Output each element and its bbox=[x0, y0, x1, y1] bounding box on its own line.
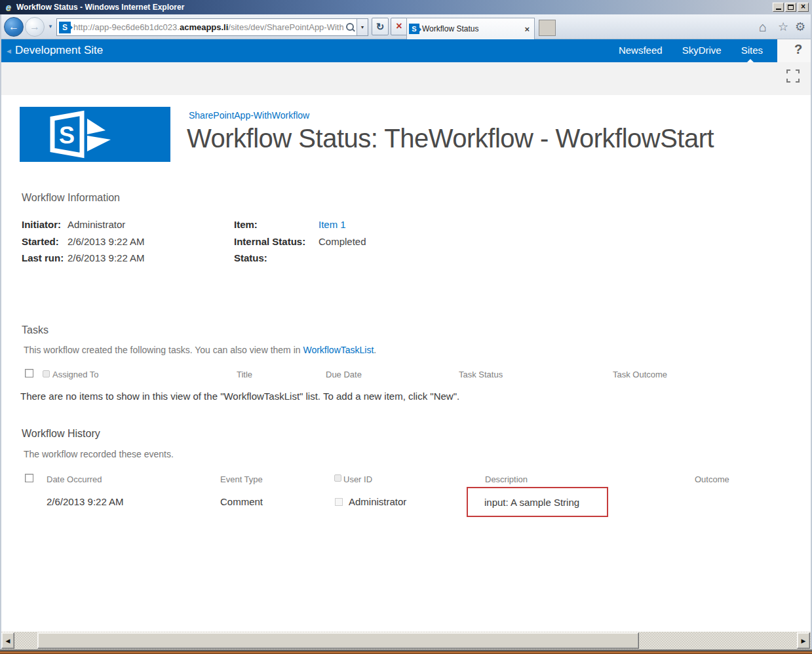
window-left-border bbox=[0, 14, 1, 649]
site-back-icon[interactable]: ◀ bbox=[7, 48, 11, 54]
favorites-icon[interactable]: ☆ bbox=[778, 20, 788, 34]
started-value: 2/6/2013 9:22 AM bbox=[68, 236, 145, 247]
site-title[interactable]: Development Site bbox=[15, 44, 103, 57]
ie-logo-icon: e bbox=[3, 2, 14, 12]
horizontal-scrollbar[interactable]: ◀ ▶ bbox=[0, 631, 812, 649]
scroll-right-button[interactable]: ▶ bbox=[797, 632, 810, 649]
close-button[interactable]: × bbox=[798, 3, 809, 12]
settings-gear-icon[interactable]: ⚙ bbox=[795, 20, 805, 34]
browser-window: e Workflow Status - Windows Internet Exp… bbox=[0, 0, 812, 654]
stop-button[interactable]: × bbox=[391, 18, 408, 35]
history-intro: The workflow recorded these events. bbox=[24, 449, 174, 459]
history-select-all-checkbox[interactable] bbox=[25, 474, 33, 482]
page-content: S SharePointApp-WithWorkflow Workflow St… bbox=[0, 95, 812, 631]
presence-icon bbox=[43, 370, 50, 377]
tasks-intro: This workflow created the following task… bbox=[24, 345, 376, 355]
item-link[interactable]: Item 1 bbox=[319, 219, 346, 230]
history-row-date: 2/6/2013 9:22 AM bbox=[47, 496, 124, 507]
back-icon: ← bbox=[9, 21, 19, 32]
tasks-intro-suffix: . bbox=[374, 345, 376, 355]
history-row-event-type: Comment bbox=[220, 496, 263, 507]
workflow-task-list-link[interactable]: WorkflowTaskList bbox=[303, 345, 374, 355]
title-bar: e Workflow Status - Windows Internet Exp… bbox=[0, 0, 812, 14]
new-tab-button[interactable] bbox=[539, 20, 556, 36]
address-bar[interactable]: S http://app-9ec6de6b1dc023.acmeapps.li/… bbox=[56, 18, 368, 36]
suite-link-newsfeed[interactable]: Newsfeed bbox=[619, 45, 663, 56]
minimize-icon bbox=[776, 9, 781, 10]
suite-links: Newsfeed SkyDrive Sites bbox=[619, 45, 763, 56]
help-button[interactable]: ? bbox=[788, 42, 808, 57]
svg-text:S: S bbox=[59, 122, 75, 149]
window-bottom-frame bbox=[0, 649, 812, 654]
url-domain: acmeapps.li bbox=[180, 22, 228, 32]
initiator-label: Initiator: bbox=[22, 219, 61, 230]
history-col-event-type[interactable]: Event Type bbox=[220, 474, 263, 484]
workflow-history-heading: Workflow History bbox=[22, 428, 100, 440]
recent-pages-dropdown[interactable]: ▼ bbox=[48, 24, 53, 29]
sharepoint-logo: S bbox=[20, 107, 170, 162]
forward-icon: → bbox=[29, 21, 40, 32]
tab-favicon: S bbox=[409, 24, 419, 34]
tasks-col-title[interactable]: Title bbox=[237, 370, 252, 379]
suite-bar-blue: ◀ Development Site Newsfeed SkyDrive Sit… bbox=[0, 39, 777, 62]
tab-title: Workflow Status bbox=[422, 24, 524, 33]
focus-on-content-icon[interactable] bbox=[785, 68, 801, 84]
history-row-description: input: A sample String bbox=[484, 497, 579, 508]
sharepoint-site-icon: S bbox=[59, 22, 71, 33]
history-col-date-occurred[interactable]: Date Occurred bbox=[47, 474, 102, 484]
maximize-icon bbox=[788, 5, 794, 10]
back-button[interactable]: ← bbox=[4, 17, 24, 37]
tasks-col-task-outcome[interactable]: Task Outcome bbox=[613, 370, 667, 379]
window-title: Workflow Status - Windows Internet Explo… bbox=[16, 3, 184, 12]
url-prefix: http://app-9ec6de6b1dc023. bbox=[73, 22, 180, 32]
suite-link-sites[interactable]: Sites bbox=[741, 45, 763, 56]
scroll-right-icon: ▶ bbox=[802, 638, 806, 644]
presence-icon bbox=[334, 474, 341, 482]
history-col-outcome[interactable]: Outcome bbox=[695, 474, 729, 484]
tasks-col-due-date[interactable]: Due Date bbox=[326, 370, 362, 379]
tasks-intro-text: This workflow created the following task… bbox=[24, 345, 303, 355]
home-icon[interactable]: ⌂ bbox=[759, 20, 767, 34]
refresh-button[interactable]: ↻ bbox=[372, 18, 389, 35]
stop-icon: × bbox=[396, 20, 402, 31]
status-label: Status: bbox=[234, 252, 267, 263]
url-text[interactable]: http://app-9ec6de6b1dc023.acmeapps.li/si… bbox=[73, 22, 343, 32]
window-controls: × bbox=[772, 2, 809, 12]
tasks-heading: Tasks bbox=[22, 324, 48, 336]
last-run-value: 2/6/2013 9:22 AM bbox=[68, 252, 145, 263]
search-icon[interactable] bbox=[343, 21, 357, 34]
last-run-label: Last run: bbox=[22, 252, 64, 263]
chevron-down-icon: ▼ bbox=[360, 25, 365, 29]
address-dropdown-button[interactable]: ▼ bbox=[357, 19, 368, 35]
tasks-col-assigned-to[interactable]: Assigned To bbox=[52, 370, 99, 379]
minimize-button[interactable] bbox=[773, 3, 784, 12]
suite-bar: ◀ Development Site Newsfeed SkyDrive Sit… bbox=[0, 39, 812, 62]
refresh-icon: ↻ bbox=[376, 21, 385, 32]
tasks-empty-message: There are no items to show in this view … bbox=[20, 391, 459, 402]
forward-button[interactable]: → bbox=[25, 17, 45, 37]
workflow-information-heading: Workflow Information bbox=[22, 192, 120, 204]
initiator-value: Administrator bbox=[68, 219, 125, 230]
maximize-button[interactable] bbox=[785, 3, 796, 12]
tasks-select-all-checkbox[interactable] bbox=[25, 369, 33, 377]
close-icon: × bbox=[801, 3, 805, 11]
scroll-left-icon: ◀ bbox=[6, 638, 10, 644]
item-label: Item: bbox=[234, 219, 258, 230]
internal-status-label: Internal Status: bbox=[234, 236, 305, 247]
tasks-col-task-status[interactable]: Task Status bbox=[459, 370, 503, 379]
tab-workflow-status[interactable]: S Workflow Status × bbox=[406, 18, 535, 39]
history-row-user: Administrator bbox=[349, 496, 406, 507]
history-col-user-id[interactable]: User ID bbox=[343, 474, 372, 484]
scrollbar-thumb[interactable] bbox=[37, 632, 639, 649]
started-label: Started: bbox=[22, 236, 59, 247]
internal-status-value: Completed bbox=[319, 236, 366, 247]
breadcrumb-app-link[interactable]: SharePointApp-WithWorkflow bbox=[189, 110, 309, 121]
scroll-left-button[interactable]: ◀ bbox=[1, 632, 14, 649]
suite-link-skydrive[interactable]: SkyDrive bbox=[682, 45, 722, 56]
history-row-user-checkbox[interactable] bbox=[335, 498, 343, 506]
history-col-description[interactable]: Description bbox=[485, 474, 528, 484]
url-path: /sites/dev/SharePointApp-WithWorkflow/_l… bbox=[228, 22, 343, 32]
tab-close-icon[interactable]: × bbox=[524, 25, 530, 33]
browser-toolbar: ← → ▼ S http://app-9ec6de6b1dc023.acmeap… bbox=[0, 14, 812, 39]
annotation-highlight-box: input: A sample String bbox=[467, 487, 608, 517]
